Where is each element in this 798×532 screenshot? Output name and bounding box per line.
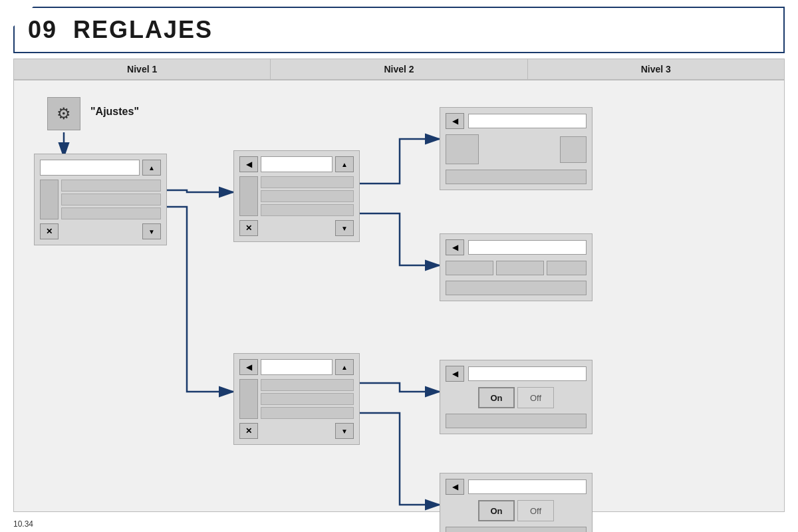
level2-top-x-button[interactable]: ✕ — [239, 220, 258, 236]
column-headers: Nivel 1 Nivel 2 Nivel 3 — [13, 59, 785, 80]
level2-top-panel: ◀ ▲ ✕ ▼ — [233, 150, 360, 242]
level2-bottom-x-button[interactable]: ✕ — [239, 423, 258, 439]
gear-icon-box: ⚙ — [47, 97, 80, 130]
l3p1-input[interactable] — [468, 114, 587, 128]
content-area: ⚙ "Ajustes" ▲ ✕ ▼ — [13, 80, 785, 512]
col-header-nivel2: Nivel 2 — [271, 59, 527, 79]
level2-top-back-button[interactable]: ◀ — [239, 156, 258, 172]
level1-row1 — [61, 180, 161, 192]
l3p4-bottom-field — [446, 527, 587, 532]
level3-panel-1: ◀ — [440, 107, 593, 190]
level2-bottom-row3 — [261, 407, 354, 419]
col-header-nivel1: Nivel 1 — [14, 59, 271, 79]
level1-side-box — [40, 180, 59, 219]
level1-down-button[interactable]: ▼ — [142, 223, 161, 239]
l3p2-input[interactable] — [468, 240, 587, 255]
level2-bottom-back-button[interactable]: ◀ — [239, 359, 258, 375]
level2-bottom-row1 — [261, 379, 354, 391]
l3p3-input[interactable] — [468, 366, 587, 381]
col-header-nivel3: Nivel 3 — [528, 59, 784, 79]
level2-top-row1 — [261, 176, 354, 188]
page-title: 09 REGLAJES — [28, 16, 213, 44]
l3p4-off-button[interactable]: Off — [517, 500, 554, 521]
l3p2-field3 — [547, 261, 587, 275]
level3-panel-3: ◀ On Off — [440, 360, 593, 434]
l3p4-back-button[interactable]: ◀ — [446, 479, 464, 495]
level2-bottom-down-button[interactable]: ▼ — [335, 423, 354, 439]
l3p2-field2 — [496, 261, 544, 275]
l3p4-input[interactable] — [468, 479, 587, 494]
l3p2-back-button[interactable]: ◀ — [446, 239, 464, 255]
l3p2-bottom-field — [446, 281, 587, 295]
l3p3-back-button[interactable]: ◀ — [446, 366, 464, 382]
l3p1-square — [560, 136, 587, 163]
level2-bottom-up-button[interactable]: ▲ — [335, 359, 354, 375]
footer-page-number: 10.34 — [13, 519, 33, 529]
level2-top-row3 — [261, 204, 354, 216]
page-header: 09 REGLAJES — [13, 7, 785, 53]
arrows-diagram — [14, 80, 784, 511]
level1-row3 — [61, 207, 161, 219]
l3p2-field1 — [446, 261, 493, 275]
level2-top-row2 — [261, 190, 354, 202]
l3p3-off-button[interactable]: Off — [517, 387, 554, 408]
level2-bottom-panel: ◀ ▲ ✕ ▼ — [233, 353, 360, 445]
gear-icon: ⚙ — [57, 104, 71, 123]
level2-top-down-button[interactable]: ▼ — [335, 220, 354, 236]
level2-bottom-row2 — [261, 393, 354, 405]
level3-panel-2: ◀ — [440, 233, 593, 301]
l3p1-bottom-field — [446, 170, 587, 184]
level2-bottom-side-box — [239, 379, 258, 419]
level1-panel: ▲ ✕ ▼ — [34, 154, 167, 245]
l3p1-left-box — [446, 134, 479, 164]
l3p3-on-button[interactable]: On — [478, 387, 515, 408]
level1-x-button[interactable]: ✕ — [40, 223, 59, 239]
l3p1-back-button[interactable]: ◀ — [446, 113, 464, 129]
ajustes-label: "Ajustes" — [90, 106, 139, 118]
level1-row2 — [61, 194, 161, 205]
l3p3-bottom-field — [446, 414, 587, 428]
level1-up-button[interactable]: ▲ — [142, 160, 161, 176]
level2-top-up-button[interactable]: ▲ — [335, 156, 354, 172]
level2-top-side-box — [239, 176, 258, 216]
l3p4-on-button[interactable]: On — [478, 500, 515, 521]
level3-panel-4: ◀ On Off — [440, 473, 593, 532]
